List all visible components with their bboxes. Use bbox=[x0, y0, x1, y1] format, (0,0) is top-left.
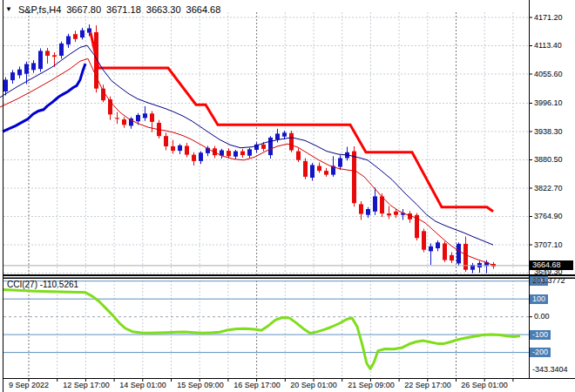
candle-body bbox=[31, 63, 36, 70]
candle-body bbox=[24, 64, 29, 74]
cci-zero-label: 0.00 bbox=[534, 312, 550, 321]
candle-body bbox=[373, 196, 377, 211]
candle-body bbox=[143, 113, 147, 118]
cci-level-badge: 100 bbox=[530, 294, 548, 304]
candle-body bbox=[303, 161, 308, 177]
panel-separator[interactable] bbox=[3, 278, 575, 280]
chart-title-bar: ▼ S&P,fs,H4 3667.80 3671.18 3663.30 3664… bbox=[5, 3, 226, 17]
price-axis-label: 3880.50 bbox=[534, 155, 563, 164]
ma-red-line bbox=[0, 58, 495, 266]
candle-body bbox=[178, 145, 182, 151]
price-axis-label: 4171.20 bbox=[534, 13, 563, 22]
candle-body bbox=[282, 132, 287, 137]
price-axis-label: 3996.10 bbox=[534, 98, 563, 107]
candle-body bbox=[394, 212, 398, 215]
candle-body bbox=[171, 146, 175, 151]
cci-level-badge: -200 bbox=[530, 348, 551, 357]
candle-body bbox=[115, 118, 119, 118]
candle-body bbox=[38, 51, 43, 69]
candle-body bbox=[422, 231, 426, 249]
candle-body bbox=[275, 133, 280, 139]
time-axis-label: 15 Sep 09:00 bbox=[177, 381, 224, 389]
time-axis-label: 12 Sep 17:00 bbox=[63, 381, 110, 389]
candle-body bbox=[324, 171, 328, 175]
candle-body bbox=[310, 165, 315, 178]
candle-body bbox=[52, 55, 57, 57]
candle-body bbox=[247, 149, 252, 155]
time-axis-label: 26 Sep 01:00 bbox=[461, 381, 508, 389]
candle-body bbox=[429, 247, 433, 252]
candle-body bbox=[45, 51, 50, 56]
candle-body bbox=[240, 152, 245, 156]
chart-symbol-period: S&P,fs,H4 bbox=[18, 4, 61, 15]
candle-body bbox=[122, 119, 126, 125]
quote-low: 3663.30 bbox=[146, 4, 181, 15]
candle-body bbox=[164, 136, 168, 146]
cci-line bbox=[3, 290, 520, 369]
candle-body bbox=[87, 29, 91, 33]
chevron-down-icon[interactable]: ▼ bbox=[5, 5, 12, 14]
candle-body bbox=[10, 72, 15, 80]
cci-max-label: 203.3772 bbox=[532, 276, 565, 285]
chart-plot-area[interactable] bbox=[0, 0, 575, 392]
candle-body bbox=[352, 152, 356, 204]
candle-body bbox=[296, 152, 301, 160]
price-axis-label: 3822.70 bbox=[534, 184, 563, 193]
candle-body bbox=[80, 30, 85, 37]
candle-body bbox=[233, 152, 238, 157]
candle-body bbox=[3, 80, 8, 92]
candle-body bbox=[192, 155, 196, 161]
quote-high: 3671.18 bbox=[106, 4, 141, 15]
cci-min-label: -343.3404 bbox=[532, 365, 568, 374]
current-price-badge: 3664.68 bbox=[530, 260, 573, 270]
price-axis-label: 3764.90 bbox=[534, 212, 563, 220]
candle-body bbox=[443, 243, 447, 260]
quote-close: 3664.68 bbox=[186, 4, 221, 15]
time-axis-label: 14 Sep 01:00 bbox=[119, 381, 166, 389]
candle-body bbox=[59, 44, 64, 56]
candle-body bbox=[199, 152, 203, 161]
time-axis-label: 9 Sep 2022 bbox=[9, 381, 49, 389]
candle-body bbox=[338, 159, 342, 167]
chart-window[interactable]: ▼ S&P,fs,H4 3667.80 3671.18 3663.30 3664… bbox=[0, 0, 575, 392]
candle-body bbox=[73, 34, 78, 39]
price-axis-label: 4113.40 bbox=[534, 41, 562, 50]
cci-level-badge: -100 bbox=[530, 330, 551, 340]
candle-body bbox=[317, 166, 321, 172]
price-axis-label: 3938.30 bbox=[534, 127, 563, 136]
time-axis-label: 16 Sep 17:00 bbox=[233, 381, 281, 389]
trailing-stop-down-line bbox=[91, 33, 493, 212]
cci-indicator-label: CCI(27) -110.5261 bbox=[7, 280, 78, 289]
candle-body bbox=[227, 151, 231, 156]
candle-body bbox=[457, 244, 461, 264]
candle-body bbox=[366, 209, 370, 215]
time-axis-label: 22 Sep 17:00 bbox=[404, 381, 451, 389]
candle-body bbox=[289, 133, 294, 151]
candle-body bbox=[387, 213, 391, 215]
candle-body bbox=[66, 37, 71, 45]
candle-body bbox=[136, 115, 140, 121]
time-axis-label: 21 Sep 09:00 bbox=[348, 381, 395, 389]
candle-body bbox=[150, 113, 154, 122]
candle-body bbox=[359, 204, 363, 213]
candle-body bbox=[17, 70, 22, 76]
candle-body bbox=[261, 145, 266, 149]
candle-body bbox=[185, 146, 189, 155]
candle-body bbox=[268, 138, 273, 155]
price-axis-label: 3707.10 bbox=[534, 240, 563, 249]
candle-body bbox=[101, 89, 105, 101]
candle-body bbox=[436, 242, 440, 248]
panel-separator[interactable] bbox=[3, 274, 575, 276]
time-axis-label: 20 Sep 01:00 bbox=[290, 381, 337, 389]
price-axis-label: 4055.60 bbox=[534, 70, 563, 78]
ma-navy-line bbox=[0, 45, 493, 245]
quote-open: 3667.80 bbox=[66, 4, 101, 15]
candle-body bbox=[450, 255, 454, 260]
